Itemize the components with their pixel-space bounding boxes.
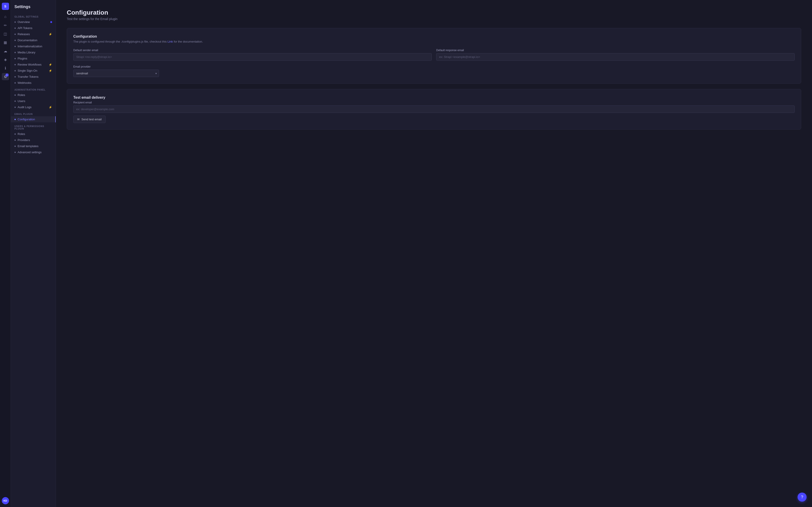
sidebar-item-up-roles[interactable]: Roles bbox=[11, 131, 56, 137]
page-title: Configuration bbox=[67, 9, 801, 16]
review-workflows-lightning-icon: ⚡ bbox=[49, 63, 52, 66]
nav-home[interactable]: ⌂ bbox=[2, 13, 9, 20]
config-card-title: Configuration bbox=[73, 35, 795, 39]
sidebar-label-plugins: Plugins bbox=[17, 57, 27, 60]
sidebar-label-users: Users bbox=[17, 99, 25, 103]
dot-overview bbox=[14, 21, 16, 23]
sidebar-label-transfer-tokens: Transfer Tokens bbox=[17, 75, 39, 78]
overview-indicator bbox=[50, 21, 52, 23]
sidebar-label-internationalization: Internationalization bbox=[17, 45, 42, 48]
nav-cloud[interactable]: ☁ bbox=[2, 47, 9, 55]
default-response-input[interactable] bbox=[436, 53, 795, 61]
app-logo[interactable]: S bbox=[2, 3, 9, 10]
sidebar: Settings GLOBAL SETTINGS Overview API To… bbox=[11, 0, 56, 507]
send-test-email-label: Send test email bbox=[82, 118, 102, 121]
dot-documentation bbox=[14, 40, 16, 41]
recipient-email-input[interactable] bbox=[73, 105, 795, 113]
user-avatar[interactable]: KD bbox=[2, 497, 9, 504]
config-description-prefix: The plugin is configured through the ./c… bbox=[73, 40, 167, 43]
sidebar-item-plugins[interactable]: Plugins bbox=[11, 55, 56, 61]
sidebar-item-email-templates[interactable]: Email templates bbox=[11, 143, 56, 149]
sidebar-label-review-workflows: Review Workflows bbox=[17, 63, 42, 66]
sidebar-label-providers: Providers bbox=[17, 138, 30, 142]
sidebar-section-admin: ADMINISTRATION PANEL bbox=[11, 86, 56, 92]
sidebar-item-transfer-tokens[interactable]: Transfer Tokens bbox=[11, 74, 56, 80]
sidebar-label-api-tokens: API Tokens bbox=[17, 26, 33, 30]
test-email-title: Test email delivery bbox=[73, 96, 795, 100]
sidebar-label-single-sign-on: Single Sign-On bbox=[17, 69, 37, 72]
sidebar-item-configuration[interactable]: Configuration bbox=[11, 116, 56, 122]
main-content: Configuration Test the settings for the … bbox=[56, 0, 812, 507]
nav-content[interactable]: ✏ bbox=[2, 22, 9, 29]
sidebar-label-roles: Roles bbox=[17, 93, 25, 97]
send-email-icon: ✉ bbox=[77, 118, 80, 121]
sidebar-item-advanced-settings[interactable]: Advanced settings bbox=[11, 149, 56, 155]
sidebar-item-internationalization[interactable]: Internationalization bbox=[11, 43, 56, 49]
config-card: Configuration The plugin is configured t… bbox=[67, 28, 801, 83]
config-card-description: The plugin is configured through the ./c… bbox=[73, 40, 795, 43]
sidebar-item-single-sign-on[interactable]: Single Sign-On ⚡ bbox=[11, 68, 56, 74]
dot-api-tokens bbox=[14, 27, 16, 29]
email-provider-group: Email provider sendmail smtp mailgun sen… bbox=[73, 65, 795, 77]
test-email-card: Test email delivery Recipient email ✉ Se… bbox=[67, 89, 801, 129]
dot-providers bbox=[14, 139, 16, 141]
sidebar-section-email: EMAIL PLUGIN bbox=[11, 110, 56, 116]
email-provider-label: Email provider bbox=[73, 65, 795, 68]
sidebar-item-api-tokens[interactable]: API Tokens bbox=[11, 25, 56, 31]
email-provider-select-wrapper: sendmail smtp mailgun sendgrid ▾ bbox=[73, 70, 159, 77]
recipient-email-group: Recipient email bbox=[73, 101, 795, 113]
icon-bar: S ⌂ ✏ ◫ ▦ ☁ ◈ ℹ ⚙ 1 KD bbox=[0, 0, 11, 507]
sidebar-label-releases: Releases bbox=[17, 33, 30, 36]
default-sender-input[interactable] bbox=[73, 53, 432, 61]
default-sender-group: Default sender email bbox=[73, 49, 432, 61]
sidebar-item-providers[interactable]: Providers bbox=[11, 137, 56, 143]
sidebar-item-releases[interactable]: Releases ⚡ bbox=[11, 31, 56, 37]
dot-up-roles bbox=[14, 133, 16, 135]
dot-single-sign-on bbox=[14, 70, 16, 71]
help-button[interactable]: ? bbox=[798, 493, 807, 502]
sidebar-section-global: GLOBAL SETTINGS bbox=[11, 13, 56, 19]
dot-roles bbox=[14, 95, 16, 96]
sidebar-item-review-workflows[interactable]: Review Workflows ⚡ bbox=[11, 61, 56, 68]
sso-lightning-icon: ⚡ bbox=[49, 69, 52, 72]
sidebar-label-overview: Overview bbox=[17, 20, 30, 24]
default-response-group: Default response email bbox=[436, 49, 795, 61]
sidebar-label-audit-logs: Audit Logs bbox=[17, 105, 31, 109]
nav-settings[interactable]: ⚙ 1 bbox=[2, 73, 9, 80]
default-sender-label: Default sender email bbox=[73, 49, 432, 52]
recipient-email-label: Recipient email bbox=[73, 101, 795, 104]
dot-transfer-tokens bbox=[14, 76, 16, 77]
sidebar-item-documentation[interactable]: Documentation bbox=[11, 37, 56, 43]
sidebar-item-media-library[interactable]: Media Library bbox=[11, 49, 56, 55]
dot-audit-logs bbox=[14, 107, 16, 108]
default-response-label: Default response email bbox=[436, 49, 795, 52]
sidebar-item-roles[interactable]: Roles bbox=[11, 92, 56, 98]
dot-email-templates bbox=[14, 146, 16, 147]
sidebar-label-configuration: Configuration bbox=[17, 118, 35, 121]
settings-badge: 1 bbox=[5, 73, 9, 76]
dot-advanced-settings bbox=[14, 152, 16, 153]
dot-releases bbox=[14, 34, 16, 35]
sidebar-label-webhooks: Webhooks bbox=[17, 81, 31, 84]
dot-configuration bbox=[14, 119, 16, 120]
sidebar-item-users[interactable]: Users bbox=[11, 98, 56, 104]
sidebar-section-users-permissions: USERS & PERMISSIONS PLUGIN bbox=[11, 122, 56, 131]
send-test-email-button[interactable]: ✉ Send test email bbox=[73, 116, 106, 123]
email-provider-select[interactable]: sendmail smtp mailgun sendgrid bbox=[73, 70, 159, 77]
nav-layout[interactable]: ▦ bbox=[2, 39, 9, 46]
sidebar-label-up-roles: Roles bbox=[17, 132, 25, 136]
dot-internationalization bbox=[14, 46, 16, 47]
sidebar-title: Settings bbox=[11, 4, 56, 13]
nav-info[interactable]: ℹ bbox=[2, 64, 9, 72]
sidebar-item-webhooks[interactable]: Webhooks bbox=[11, 80, 56, 86]
sidebar-item-audit-logs[interactable]: Audit Logs ⚡ bbox=[11, 104, 56, 110]
dot-users bbox=[14, 101, 16, 102]
releases-lightning-icon: ⚡ bbox=[49, 33, 52, 36]
dot-plugins bbox=[14, 58, 16, 59]
config-doc-link[interactable]: Link bbox=[167, 40, 173, 43]
sidebar-label-documentation: Documentation bbox=[17, 39, 37, 42]
sidebar-item-overview[interactable]: Overview bbox=[11, 19, 56, 25]
dot-media-library bbox=[14, 52, 16, 53]
nav-media[interactable]: ◫ bbox=[2, 30, 9, 38]
nav-cart[interactable]: ◈ bbox=[2, 56, 9, 63]
